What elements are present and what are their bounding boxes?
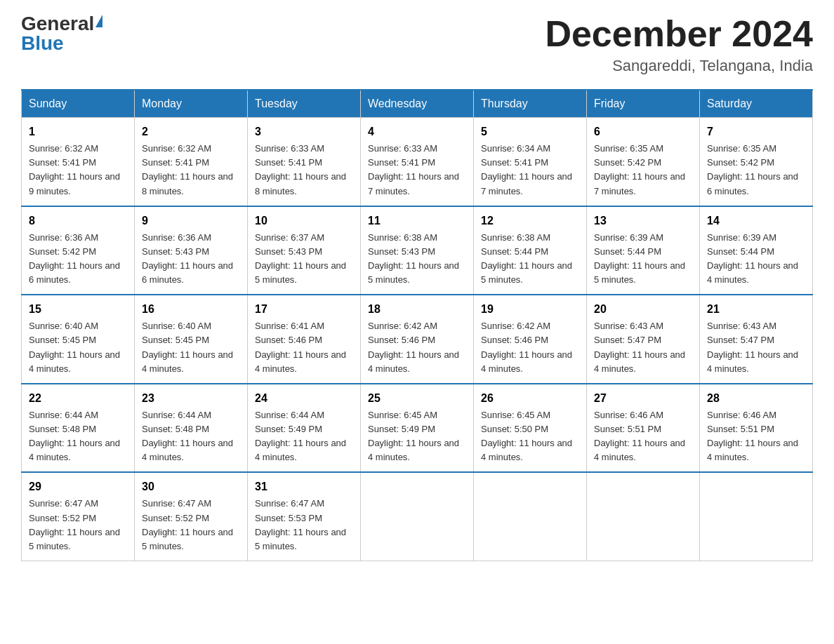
calendar-day-cell: 5Sunrise: 6:34 AMSunset: 5:41 PMDaylight… — [474, 118, 587, 206]
day-number: 30 — [142, 478, 240, 495]
day-info: Sunrise: 6:39 AMSunset: 5:44 PMDaylight:… — [594, 231, 692, 288]
logo-blue-text: Blue — [21, 34, 64, 53]
empty-day-cell — [700, 472, 813, 561]
day-info: Sunrise: 6:47 AMSunset: 5:52 PMDaylight:… — [142, 497, 240, 554]
day-number: 28 — [707, 390, 805, 407]
location-title: Sangareddi, Telangana, India — [545, 57, 813, 75]
logo-general-text: General — [21, 14, 94, 34]
calendar-table: SundayMondayTuesdayWednesdayThursdayFrid… — [21, 89, 813, 561]
day-number: 25 — [368, 390, 466, 407]
day-info: Sunrise: 6:35 AMSunset: 5:42 PMDaylight:… — [707, 142, 805, 199]
day-number: 9 — [142, 213, 240, 229]
calendar-day-cell: 27Sunrise: 6:46 AMSunset: 5:51 PMDayligh… — [587, 384, 700, 473]
day-info: Sunrise: 6:42 AMSunset: 5:46 PMDaylight:… — [368, 319, 466, 376]
day-header-monday: Monday — [135, 90, 248, 118]
day-number: 4 — [368, 123, 466, 140]
calendar-day-cell: 28Sunrise: 6:46 AMSunset: 5:51 PMDayligh… — [700, 384, 813, 473]
day-number: 23 — [142, 390, 240, 407]
day-number: 13 — [594, 213, 692, 229]
day-info: Sunrise: 6:33 AMSunset: 5:41 PMDaylight:… — [255, 142, 353, 199]
calendar-day-cell: 1Sunrise: 6:32 AMSunset: 5:41 PMDaylight… — [22, 118, 135, 206]
calendar-day-cell: 30Sunrise: 6:47 AMSunset: 5:52 PMDayligh… — [135, 472, 248, 561]
day-info: Sunrise: 6:36 AMSunset: 5:42 PMDaylight:… — [29, 231, 127, 288]
calendar-day-cell: 12Sunrise: 6:38 AMSunset: 5:44 PMDayligh… — [474, 206, 587, 295]
day-info: Sunrise: 6:46 AMSunset: 5:51 PMDaylight:… — [707, 408, 805, 465]
day-header-saturday: Saturday — [700, 90, 813, 118]
calendar-day-cell: 9Sunrise: 6:36 AMSunset: 5:43 PMDaylight… — [135, 206, 248, 295]
calendar-week-row: 22Sunrise: 6:44 AMSunset: 5:48 PMDayligh… — [22, 384, 813, 473]
day-number: 16 — [142, 301, 240, 318]
calendar-day-cell: 24Sunrise: 6:44 AMSunset: 5:49 PMDayligh… — [248, 384, 361, 473]
day-number: 17 — [255, 301, 353, 318]
calendar-day-cell: 11Sunrise: 6:38 AMSunset: 5:43 PMDayligh… — [361, 206, 474, 295]
calendar-day-cell: 14Sunrise: 6:39 AMSunset: 5:44 PMDayligh… — [700, 206, 813, 295]
day-info: Sunrise: 6:40 AMSunset: 5:45 PMDaylight:… — [142, 319, 240, 376]
day-number: 11 — [368, 213, 466, 229]
calendar-day-cell: 10Sunrise: 6:37 AMSunset: 5:43 PMDayligh… — [248, 206, 361, 295]
day-info: Sunrise: 6:43 AMSunset: 5:47 PMDaylight:… — [707, 319, 805, 376]
day-number: 21 — [707, 301, 805, 318]
day-number: 24 — [255, 390, 353, 407]
calendar-day-cell: 4Sunrise: 6:33 AMSunset: 5:41 PMDaylight… — [361, 118, 474, 206]
day-info: Sunrise: 6:36 AMSunset: 5:43 PMDaylight:… — [142, 231, 240, 288]
day-number: 10 — [255, 213, 353, 229]
day-info: Sunrise: 6:37 AMSunset: 5:43 PMDaylight:… — [255, 231, 353, 288]
day-info: Sunrise: 6:44 AMSunset: 5:49 PMDaylight:… — [255, 408, 353, 465]
page-header: General Blue December 2024 Sangareddi, T… — [21, 14, 813, 75]
calendar-day-cell: 15Sunrise: 6:40 AMSunset: 5:45 PMDayligh… — [22, 295, 135, 384]
calendar-day-cell: 19Sunrise: 6:42 AMSunset: 5:46 PMDayligh… — [474, 295, 587, 384]
calendar-day-cell: 20Sunrise: 6:43 AMSunset: 5:47 PMDayligh… — [587, 295, 700, 384]
day-number: 14 — [707, 213, 805, 229]
day-number: 7 — [707, 123, 805, 140]
day-info: Sunrise: 6:39 AMSunset: 5:44 PMDaylight:… — [707, 231, 805, 288]
calendar-day-cell: 7Sunrise: 6:35 AMSunset: 5:42 PMDaylight… — [700, 118, 813, 206]
day-number: 29 — [29, 478, 127, 495]
day-info: Sunrise: 6:42 AMSunset: 5:46 PMDaylight:… — [481, 319, 579, 376]
day-info: Sunrise: 6:45 AMSunset: 5:49 PMDaylight:… — [368, 408, 466, 465]
day-info: Sunrise: 6:44 AMSunset: 5:48 PMDaylight:… — [29, 408, 127, 465]
logo-triangle-icon — [95, 15, 102, 27]
day-number: 22 — [29, 390, 127, 407]
day-info: Sunrise: 6:43 AMSunset: 5:47 PMDaylight:… — [594, 319, 692, 376]
calendar-day-cell: 17Sunrise: 6:41 AMSunset: 5:46 PMDayligh… — [248, 295, 361, 384]
day-number: 31 — [255, 478, 353, 495]
day-header-tuesday: Tuesday — [248, 90, 361, 118]
calendar-day-cell: 29Sunrise: 6:47 AMSunset: 5:52 PMDayligh… — [22, 472, 135, 561]
day-info: Sunrise: 6:34 AMSunset: 5:41 PMDaylight:… — [481, 142, 579, 199]
day-number: 20 — [594, 301, 692, 318]
day-number: 12 — [481, 213, 579, 229]
day-number: 27 — [594, 390, 692, 407]
calendar-week-row: 29Sunrise: 6:47 AMSunset: 5:52 PMDayligh… — [22, 472, 813, 561]
day-header-thursday: Thursday — [474, 90, 587, 118]
calendar-day-cell: 25Sunrise: 6:45 AMSunset: 5:49 PMDayligh… — [361, 384, 474, 473]
day-info: Sunrise: 6:45 AMSunset: 5:50 PMDaylight:… — [481, 408, 579, 465]
calendar-day-cell: 31Sunrise: 6:47 AMSunset: 5:53 PMDayligh… — [248, 472, 361, 561]
day-number: 8 — [29, 213, 127, 229]
calendar-day-cell: 3Sunrise: 6:33 AMSunset: 5:41 PMDaylight… — [248, 118, 361, 206]
day-info: Sunrise: 6:44 AMSunset: 5:48 PMDaylight:… — [142, 408, 240, 465]
day-header-wednesday: Wednesday — [361, 90, 474, 118]
day-number: 15 — [29, 301, 127, 318]
day-number: 5 — [481, 123, 579, 140]
day-header-sunday: Sunday — [22, 90, 135, 118]
calendar-day-cell: 22Sunrise: 6:44 AMSunset: 5:48 PMDayligh… — [22, 384, 135, 473]
calendar-day-cell: 6Sunrise: 6:35 AMSunset: 5:42 PMDaylight… — [587, 118, 700, 206]
day-info: Sunrise: 6:32 AMSunset: 5:41 PMDaylight:… — [142, 142, 240, 199]
day-info: Sunrise: 6:40 AMSunset: 5:45 PMDaylight:… — [29, 319, 127, 376]
calendar-day-cell: 16Sunrise: 6:40 AMSunset: 5:45 PMDayligh… — [135, 295, 248, 384]
day-number: 18 — [368, 301, 466, 318]
day-info: Sunrise: 6:32 AMSunset: 5:41 PMDaylight:… — [29, 142, 127, 199]
calendar-day-cell: 23Sunrise: 6:44 AMSunset: 5:48 PMDayligh… — [135, 384, 248, 473]
calendar-week-row: 8Sunrise: 6:36 AMSunset: 5:42 PMDaylight… — [22, 206, 813, 295]
calendar-day-cell: 2Sunrise: 6:32 AMSunset: 5:41 PMDaylight… — [135, 118, 248, 206]
day-info: Sunrise: 6:33 AMSunset: 5:41 PMDaylight:… — [368, 142, 466, 199]
day-info: Sunrise: 6:35 AMSunset: 5:42 PMDaylight:… — [594, 142, 692, 199]
day-number: 6 — [594, 123, 692, 140]
day-info: Sunrise: 6:46 AMSunset: 5:51 PMDaylight:… — [594, 408, 692, 465]
day-info: Sunrise: 6:41 AMSunset: 5:46 PMDaylight:… — [255, 319, 353, 376]
calendar-day-cell: 21Sunrise: 6:43 AMSunset: 5:47 PMDayligh… — [700, 295, 813, 384]
day-info: Sunrise: 6:47 AMSunset: 5:52 PMDaylight:… — [29, 497, 127, 554]
day-info: Sunrise: 6:38 AMSunset: 5:44 PMDaylight:… — [481, 231, 579, 288]
calendar-day-cell: 8Sunrise: 6:36 AMSunset: 5:42 PMDaylight… — [22, 206, 135, 295]
empty-day-cell — [474, 472, 587, 561]
